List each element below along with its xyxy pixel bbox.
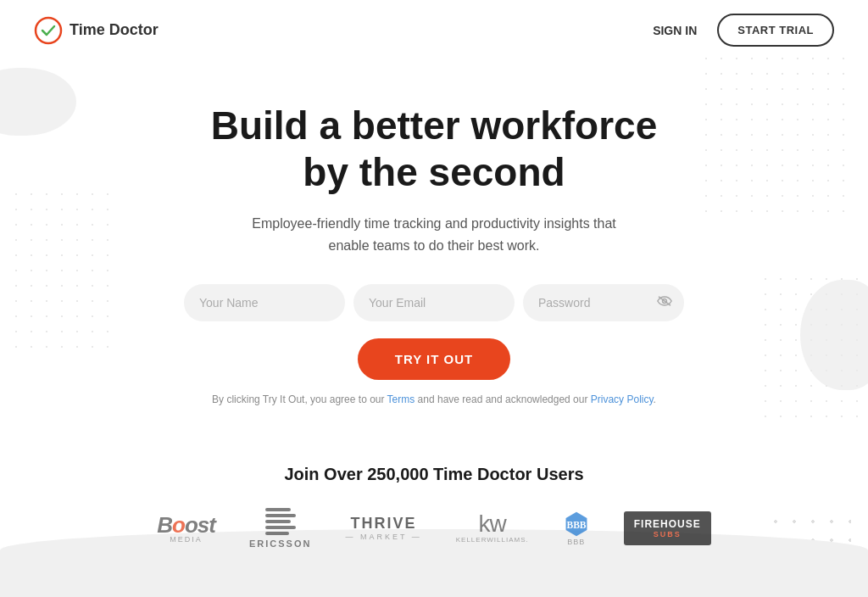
bbb-icon: BBB xyxy=(563,511,590,538)
hero-section: Build a better workforce by the second E… xyxy=(0,60,868,431)
try-it-out-button[interactable]: TRY IT OUT xyxy=(358,338,511,380)
name-input[interactable] xyxy=(184,284,345,321)
navigation: Time Doctor SIGN IN START TRIAL xyxy=(0,0,868,60)
terms-prefix: By clicking Try It Out, you agree to our xyxy=(212,393,387,405)
ericsson-logo: ERICSSON xyxy=(249,508,311,549)
hero-title-line2: by the second xyxy=(303,150,565,194)
logo[interactable]: Time Doctor xyxy=(34,16,159,45)
hero-title-line1: Build a better workforce xyxy=(211,103,658,148)
logo-icon xyxy=(34,16,63,45)
password-input[interactable] xyxy=(523,284,684,321)
terms-mid: and have read and acknowledged our xyxy=(415,393,591,405)
nav-right: SIGN IN START TRIAL xyxy=(653,14,834,47)
email-input[interactable] xyxy=(353,284,515,321)
terms-after: . xyxy=(654,393,656,405)
hero-title: Build a better workforce by the second xyxy=(17,103,851,196)
logo-text: Time Doctor xyxy=(70,21,159,39)
svg-point-0 xyxy=(36,18,61,43)
firehouse-subs-logo: FIREHOUSE SUBS xyxy=(624,511,711,545)
start-trial-button[interactable]: START TRIAL xyxy=(717,14,834,47)
password-wrapper xyxy=(523,284,684,321)
social-proof-section: Join Over 250,000 Time Doctor Users Boos… xyxy=(0,431,868,566)
thrive-market-logo: THRIVE — MARKET — xyxy=(345,515,421,541)
privacy-link[interactable]: Privacy Policy xyxy=(591,393,654,405)
signup-form xyxy=(17,284,851,321)
brand-logos-row: Boost MEDIA ERICSSON THRIVE — MARKET — k… xyxy=(17,508,851,549)
hero-subtitle: Employee-friendly time tracking and prod… xyxy=(248,213,620,256)
boost-media-logo: Boost MEDIA xyxy=(157,512,215,544)
sign-in-link[interactable]: SIGN IN xyxy=(653,24,697,37)
bbb-logo: BBB BBB xyxy=(563,511,590,546)
terms-link[interactable]: Terms xyxy=(387,393,415,405)
keller-williams-logo: kw KELLERWILLIAMS. xyxy=(456,512,529,544)
social-proof-title: Join Over 250,000 Time Doctor Users xyxy=(17,465,851,484)
terms-text: By clicking Try It Out, you agree to our… xyxy=(17,393,851,405)
svg-text:BBB: BBB xyxy=(566,520,586,530)
